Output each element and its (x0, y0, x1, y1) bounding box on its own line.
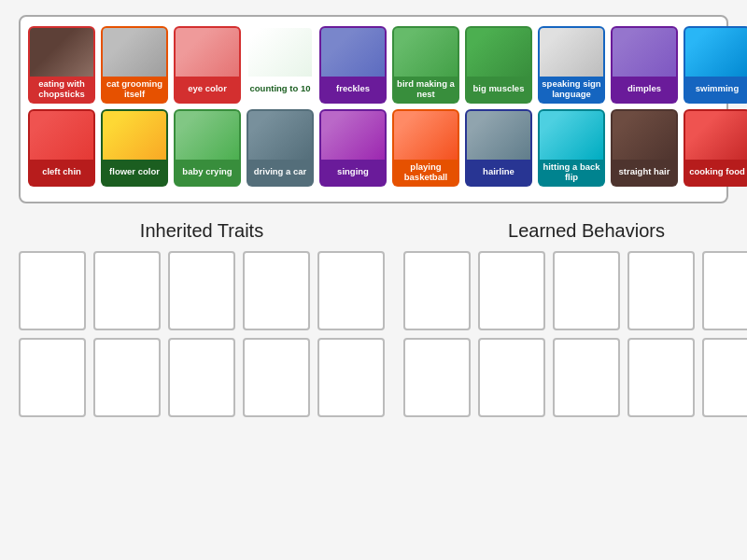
drop-box[interactable] (478, 251, 545, 330)
cards-section: eating with chopstickscat grooming itsel… (19, 15, 728, 203)
card-label-singing: singing (321, 160, 385, 184)
card-label-straight-hair: straight hair (613, 160, 676, 184)
inherited-section: Inherited Traits (19, 220, 385, 417)
learned-drop-row-2 (403, 338, 747, 417)
card-label-playing-basketball: playing basketball (394, 160, 458, 185)
drop-box[interactable] (553, 251, 620, 330)
card-img-cat-grooming-itself (103, 28, 166, 77)
card-cooking-food[interactable]: cooking food (684, 109, 747, 187)
card-img-eating-with-chopsticks (30, 28, 93, 77)
card-dimples[interactable]: dimples (611, 26, 678, 104)
card-img-big-muscles (467, 28, 530, 77)
card-img-flower-color (103, 111, 166, 160)
drop-box[interactable] (243, 338, 310, 417)
card-big-muscles[interactable]: big muscles (465, 26, 532, 104)
card-driving-a-car[interactable]: driving a car (247, 109, 314, 187)
card-swimming[interactable]: swimming (684, 26, 747, 104)
cards-row-2: cleft chinflower colorbaby cryingdriving… (28, 109, 719, 187)
card-eating-with-chopsticks[interactable]: eating with chopsticks (28, 26, 95, 104)
card-hairline[interactable]: hairline (465, 109, 532, 187)
drop-box[interactable] (403, 251, 471, 330)
card-label-big-muscles: big muscles (467, 77, 530, 101)
card-freckles[interactable]: freckles (319, 26, 387, 104)
inherited-drop-area (19, 251, 385, 417)
inherited-drop-row-2 (19, 338, 385, 417)
learned-drop-area (403, 251, 747, 417)
card-label-flower-color: flower color (103, 160, 166, 184)
card-counting-to-10[interactable]: counting to 10 (247, 26, 314, 104)
drop-box[interactable] (93, 251, 161, 330)
card-label-cleft-chin: cleft chin (30, 160, 93, 184)
card-label-hairline: hairline (467, 160, 530, 184)
card-img-bird-making-a-nest (394, 28, 458, 77)
card-label-eating-with-chopsticks: eating with chopsticks (30, 77, 93, 102)
card-img-dimples (613, 28, 676, 77)
learned-title: Learned Behaviors (403, 220, 747, 242)
card-label-bird-making-a-nest: bird making a nest (394, 77, 458, 102)
drop-box[interactable] (702, 251, 747, 330)
learned-section: Learned Behaviors (403, 220, 747, 417)
card-singing[interactable]: singing (319, 109, 387, 187)
categories-row: Inherited Traits Learne (19, 220, 728, 417)
card-label-dimples: dimples (613, 77, 676, 101)
card-cleft-chin[interactable]: cleft chin (28, 109, 95, 187)
drop-box[interactable] (243, 251, 310, 330)
card-baby-crying[interactable]: baby crying (174, 109, 241, 187)
inherited-title: Inherited Traits (19, 220, 385, 242)
drop-box[interactable] (93, 338, 161, 417)
card-straight-hair[interactable]: straight hair (611, 109, 678, 187)
card-img-swimming (685, 28, 747, 77)
card-img-hitting-a-back-flip (540, 111, 603, 160)
drop-box[interactable] (168, 251, 235, 330)
card-img-playing-basketball (394, 111, 458, 160)
card-img-freckles (321, 28, 385, 77)
card-img-eye-color (176, 28, 239, 77)
card-label-cat-grooming-itself: cat grooming itself (103, 77, 166, 102)
card-label-counting-to-10: counting to 10 (248, 77, 312, 101)
card-img-counting-to-10 (248, 28, 312, 77)
card-label-freckles: freckles (321, 77, 385, 101)
drop-box[interactable] (702, 338, 747, 417)
card-img-hairline (467, 111, 530, 160)
card-label-baby-crying: baby crying (176, 160, 239, 184)
card-label-driving-a-car: driving a car (248, 160, 312, 184)
drop-box[interactable] (317, 251, 385, 330)
card-cat-grooming-itself[interactable]: cat grooming itself (101, 26, 168, 104)
drop-box[interactable] (403, 338, 471, 417)
card-img-speaking-sign-language (540, 28, 603, 77)
card-bird-making-a-nest[interactable]: bird making a nest (392, 26, 459, 104)
drop-box[interactable] (19, 251, 86, 330)
card-eye-color[interactable]: eye color (174, 26, 241, 104)
card-label-speaking-sign-language: speaking sign language (540, 77, 603, 102)
card-speaking-sign-language[interactable]: speaking sign language (538, 26, 605, 104)
drop-box[interactable] (168, 338, 235, 417)
card-playing-basketball[interactable]: playing basketball (392, 109, 459, 187)
drop-box[interactable] (627, 251, 695, 330)
card-img-singing (321, 111, 385, 160)
inherited-drop-row-1 (19, 251, 385, 330)
drop-box[interactable] (478, 338, 545, 417)
learned-drop-row-1 (403, 251, 747, 330)
card-label-swimming: swimming (685, 77, 747, 101)
card-flower-color[interactable]: flower color (101, 109, 168, 187)
drop-box[interactable] (553, 338, 620, 417)
card-label-cooking-food: cooking food (685, 160, 747, 184)
drop-box[interactable] (317, 338, 385, 417)
card-img-cleft-chin (30, 111, 93, 160)
drop-box[interactable] (19, 338, 86, 417)
main-container: eating with chopstickscat grooming itsel… (0, 0, 747, 432)
drop-box[interactable] (627, 338, 695, 417)
card-img-driving-a-car (248, 111, 312, 160)
card-img-straight-hair (613, 111, 676, 160)
card-label-eye-color: eye color (176, 77, 239, 101)
card-hitting-a-back-flip[interactable]: hitting a back flip (538, 109, 605, 187)
card-img-baby-crying (176, 111, 239, 160)
cards-row-1: eating with chopstickscat grooming itsel… (28, 26, 719, 104)
card-img-cooking-food (685, 111, 747, 160)
card-label-hitting-a-back-flip: hitting a back flip (540, 160, 603, 185)
